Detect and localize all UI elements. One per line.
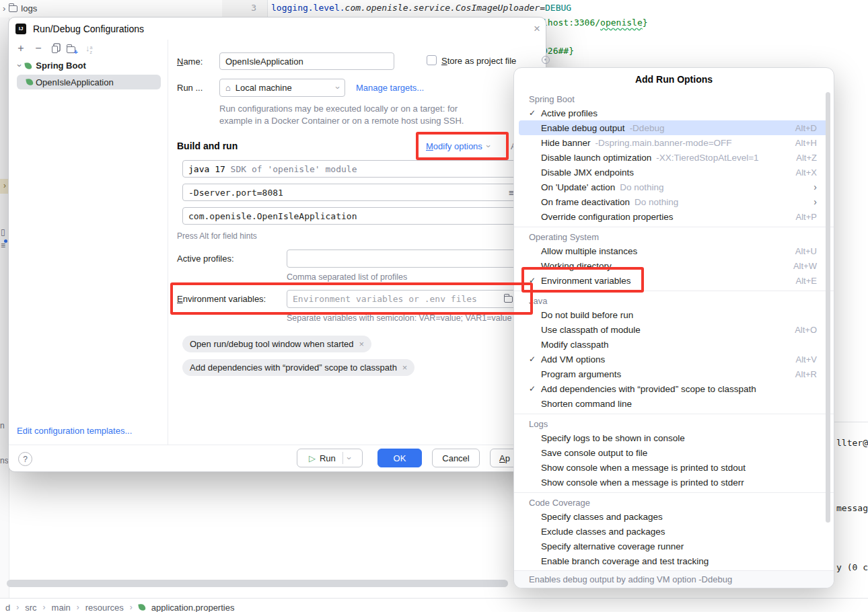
menu-item[interactable]: Specify classes and packages	[519, 509, 829, 524]
run-button[interactable]: ▷ Run ›	[297, 449, 363, 467]
cancel-button[interactable]: Cancel	[432, 449, 480, 467]
menu-item[interactable]: Specify logs to be shown in console	[519, 430, 829, 445]
chevron-down-icon: ›	[332, 86, 342, 89]
popup-scrollbar[interactable]	[826, 92, 830, 523]
menu-item[interactable]: Enable branch coverage and test tracking	[519, 553, 829, 568]
tree-item-openisleapplication[interactable]: OpenIsleApplication	[17, 75, 161, 89]
breadcrumb-item[interactable]: d	[5, 603, 10, 612]
option-tag-provided-scope[interactable]: Add dependencies with “provided” scope t…	[182, 359, 414, 376]
intellij-logo-icon: IJ	[15, 24, 26, 34]
run-target-select[interactable]: ⌂ Local machine ›	[219, 79, 345, 97]
console-fragment: y (0 co	[836, 562, 868, 572]
breadcrumb: d › src › main › resources › application…	[0, 598, 868, 612]
manage-targets-link[interactable]: Manage targets...	[356, 83, 424, 93]
annotation-rect-environment-variables-option	[521, 267, 644, 293]
menu-item[interactable]: Do not build before run	[519, 307, 829, 322]
menu-item[interactable]: Save console output to file	[519, 445, 829, 460]
menu-item[interactable]: Program arguments Alt+R	[519, 367, 829, 381]
popup-title: Add Run Options	[514, 68, 834, 92]
menu-section-header: Java	[514, 294, 834, 307]
tag-close-icon[interactable]: ×	[359, 339, 365, 349]
jdk-field[interactable]: java 17 SDK of 'openisle' module	[182, 160, 539, 178]
menu-item[interactable]: ✓ Add VM options Alt+V	[519, 352, 829, 367]
copy-configuration-icon[interactable]	[52, 46, 58, 53]
menu-item[interactable]: ✓ Active profiles	[519, 106, 829, 120]
breadcrumb-item[interactable]: main	[52, 603, 71, 612]
editor-code-line: logging.level.com.openisle.service.CosIm…	[271, 3, 571, 13]
menu-item[interactable]: Exclude classes and packages	[519, 524, 829, 539]
sort-configurations-icon[interactable]: ↓az	[85, 43, 92, 54]
run-on-label: Run ...	[177, 83, 203, 93]
stripe-text-fragment: n	[0, 421, 5, 430]
menu-item[interactable]: On 'Update' action Do nothing ›	[519, 180, 829, 194]
popup-menu-list: Spring Boot ✓ Active profiles Enable deb…	[514, 92, 834, 568]
panel-divider	[834, 422, 868, 422]
breadcrumb-item[interactable]: src	[25, 603, 36, 612]
spring-boot-icon	[138, 603, 145, 611]
new-folder-icon[interactable]	[67, 46, 75, 53]
project-tree-row-logs[interactable]: › logs	[3, 3, 37, 13]
menu-item[interactable]: Shorten command line	[519, 396, 829, 411]
close-icon[interactable]: ×	[530, 22, 544, 36]
tag-close-icon[interactable]: ×	[402, 362, 408, 373]
chevron-right-icon: ›	[16, 603, 19, 612]
env-hint: Separate variables with semicolon: VAR=v…	[287, 313, 511, 323]
breadcrumb-item[interactable]: resources	[85, 603, 124, 612]
menu-item[interactable]: Disable launch optimization -XX:TieredSt…	[519, 150, 829, 165]
add-configuration-icon[interactable]: +	[14, 42, 28, 55]
remove-configuration-icon[interactable]: −	[32, 42, 45, 55]
footer-divider	[9, 445, 546, 445]
annotation-rect-modify-options	[416, 132, 509, 160]
name-label: Name:	[177, 56, 203, 67]
console-fragment: llter@c	[836, 438, 868, 448]
active-profiles-input[interactable]	[287, 250, 544, 268]
tree-group-spring-boot[interactable]: › Spring Boot	[18, 61, 86, 71]
gear-icon[interactable]	[542, 56, 550, 64]
dialog-title: Run/Debug Configurations	[33, 24, 144, 34]
chevron-down-icon: ›	[15, 64, 25, 67]
store-as-project-file-checkbox[interactable]	[427, 55, 437, 65]
name-input[interactable]: OpenIsleApplication	[219, 52, 394, 70]
console-horizontal-scrollbar[interactable]	[7, 580, 508, 587]
menu-item[interactable]: Override configuration properties Alt+P	[519, 209, 829, 224]
edit-configuration-templates-link[interactable]: Edit configuration templates...	[17, 426, 132, 436]
profiles-hint: Comma separated list of profiles	[287, 272, 407, 282]
editor-code-fragment: lhost:3306/openisle}	[542, 17, 648, 28]
store-as-project-file-label: Store as project file	[441, 56, 516, 66]
folder-icon	[9, 5, 17, 12]
target-hint-line2: example in a Docker Container or on a re…	[219, 116, 464, 126]
menu-item[interactable]: Use classpath of module Alt+O	[519, 322, 829, 337]
menu-item[interactable]: Show console when a message is printed t…	[519, 460, 829, 475]
menu-item[interactable]: Hide banner -Dspring.main.banner-mode=OF…	[519, 135, 829, 150]
panel-divider	[168, 40, 168, 445]
stripe-text-fragment: ns	[0, 456, 9, 465]
console-fragment: messagi	[836, 503, 868, 513]
menu-item[interactable]: Modify classpath	[519, 337, 829, 352]
todo-list-icon[interactable]: ≡	[1, 241, 5, 250]
ok-button[interactable]: OK	[377, 449, 422, 467]
popup-status-hint: Enables debug output by adding VM option…	[514, 570, 834, 588]
vm-options-field[interactable]: -Dserver.port=8081 ≡	[182, 184, 539, 201]
editor-gutter-line-number: 3	[222, 0, 268, 17]
menu-item[interactable]: ✓ Add dependencies with “provided” scope…	[519, 381, 829, 396]
check-icon: ✓	[529, 108, 541, 118]
home-icon: ⌂	[225, 83, 231, 93]
tree-item-label: OpenIsleApplication	[36, 77, 114, 87]
chevron-down-icon[interactable]: ›	[344, 457, 354, 459]
active-profiles-label: Active profiles:	[177, 254, 234, 264]
menu-item[interactable]: Specify alternative coverage runner	[519, 539, 829, 553]
breadcrumb-file[interactable]: application.properties	[151, 603, 235, 612]
menu-item[interactable]: Allow multiple instances Alt+U	[519, 243, 829, 258]
run-debug-configurations-dialog: IJ Run/Debug Configurations × + − ↓az › …	[8, 17, 546, 472]
bookmarks-icon[interactable]: ▯	[1, 227, 5, 237]
menu-item[interactable]: Disable JMX endpoints Alt+X	[519, 165, 829, 180]
option-tag-open-tool-window[interactable]: Open run/debug tool window when started×	[182, 336, 371, 352]
main-class-field[interactable]: com.openisle.OpenIsleApplication	[182, 207, 539, 225]
menu-item[interactable]: On frame deactivation Do nothing ›	[519, 194, 829, 209]
chevron-right-icon: ›	[3, 3, 5, 13]
help-icon[interactable]: ?	[18, 452, 32, 466]
menu-section-header: Spring Boot	[514, 92, 834, 106]
menu-item[interactable]: Show console when a message is printed t…	[519, 475, 829, 490]
menu-item[interactable]: Enable debug output -Ddebug Alt+D	[519, 120, 829, 135]
ide-screen: › logs 3 logging.level.com.openisle.serv…	[0, 0, 868, 612]
